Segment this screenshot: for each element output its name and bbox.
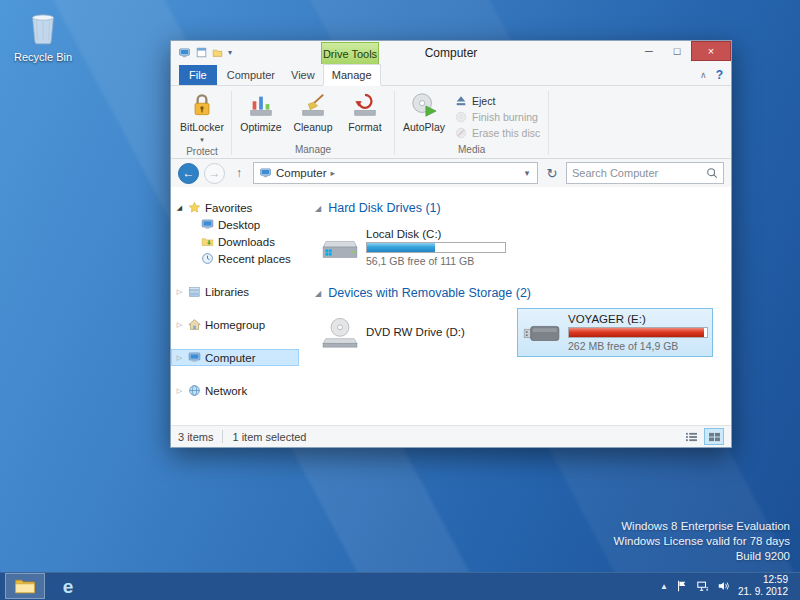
recent-places-icon bbox=[201, 252, 214, 265]
address-bar[interactable]: Computer ▸ ▾ bbox=[253, 162, 538, 184]
format-button[interactable]: Format bbox=[339, 88, 391, 133]
volume-icon[interactable] bbox=[717, 580, 730, 592]
clock-time: 12:59 bbox=[738, 574, 788, 586]
group-header-label: Devices with Removable Storage (2) bbox=[328, 286, 531, 300]
items-count: 3 items bbox=[178, 431, 213, 443]
large-icons-view-button[interactable] bbox=[704, 428, 724, 445]
sidebar-item-computer[interactable]: ▷ Computer bbox=[171, 349, 299, 366]
back-button[interactable]: ← bbox=[178, 163, 199, 184]
tab-view[interactable]: View bbox=[283, 65, 323, 85]
qat-customize-icon[interactable]: ▾ bbox=[228, 48, 232, 57]
forward-button[interactable]: → bbox=[204, 163, 225, 184]
close-button[interactable]: × bbox=[691, 41, 731, 61]
button-label: Erase this disc bbox=[472, 127, 540, 139]
desktop: Recycle Bin ▾ Computer Dr bbox=[0, 0, 800, 600]
watermark-line: Windows 8 Enterprise Evaluation bbox=[614, 519, 790, 534]
taskbar-clock[interactable]: 12:59 21. 9. 2012 bbox=[738, 574, 788, 598]
internet-explorer-icon: e bbox=[63, 577, 74, 596]
search-icon[interactable] bbox=[706, 167, 718, 179]
desktop-icon bbox=[201, 218, 214, 231]
erase-disc-button[interactable]: Erase this disc bbox=[450, 125, 545, 141]
bitlocker-button[interactable]: BitLocker ▾ bbox=[176, 88, 228, 145]
eject-button[interactable]: Eject bbox=[450, 93, 545, 109]
collapse-icon[interactable]: ◢ bbox=[315, 289, 321, 298]
free-space-text: 56,1 GB free of 111 GB bbox=[366, 255, 505, 267]
ribbon-controls: ∧ ? bbox=[700, 68, 723, 82]
ribbon: BitLocker ▾ Protect bbox=[171, 86, 731, 159]
tab-computer[interactable]: Computer bbox=[219, 65, 283, 85]
details-view-button[interactable] bbox=[681, 428, 701, 445]
collapse-icon[interactable]: ◢ bbox=[175, 204, 184, 212]
capacity-bar bbox=[366, 242, 506, 253]
button-label: Cleanup bbox=[293, 122, 332, 133]
group-header[interactable]: ◢ Hard Disk Drives (1) bbox=[315, 201, 727, 215]
group-header[interactable]: ◢ Devices with Removable Storage (2) bbox=[315, 286, 727, 300]
search-box bbox=[566, 162, 724, 184]
breadcrumb-arrow-icon[interactable]: ▸ bbox=[331, 168, 336, 178]
maximize-button[interactable]: □ bbox=[663, 41, 691, 61]
sidebar-item-desktop[interactable]: Desktop bbox=[171, 216, 299, 233]
sidebar-item-recent-places[interactable]: Recent places bbox=[171, 250, 299, 267]
action-center-flag-icon[interactable] bbox=[676, 580, 688, 592]
network-icon[interactable] bbox=[696, 580, 709, 592]
folder-content: ◢ Hard Disk Drives (1) bbox=[299, 187, 731, 425]
computer-icon bbox=[188, 351, 201, 364]
sidebar-item-label: Desktop bbox=[218, 219, 260, 231]
finish-burning-button[interactable]: Finish burning bbox=[450, 109, 545, 125]
group-header-label: Hard Disk Drives (1) bbox=[328, 201, 441, 215]
help-icon[interactable]: ? bbox=[716, 68, 723, 82]
watermark-line: Windows License valid for 78 days bbox=[614, 534, 790, 549]
sidebar-item-label: Network bbox=[205, 385, 247, 397]
expand-icon[interactable]: ▷ bbox=[175, 321, 184, 329]
drive-tile-voyager-e[interactable]: VOYAGER (E:) 262 MB free of 14,9 GB bbox=[517, 308, 713, 357]
taskbar: e ▲ 12:59 21. 9. 2012 bbox=[0, 572, 800, 600]
sidebar-item-homegroup[interactable]: ▷ Homegroup bbox=[171, 316, 299, 333]
selection-count: 1 item selected bbox=[232, 431, 306, 443]
expand-icon[interactable]: ▷ bbox=[175, 387, 184, 395]
breadcrumb[interactable]: Computer bbox=[276, 167, 327, 179]
minimize-button[interactable]: ─ bbox=[635, 41, 663, 61]
computer-location-icon bbox=[259, 167, 272, 179]
address-dropdown-icon[interactable]: ▾ bbox=[520, 168, 534, 178]
show-hidden-icons-icon[interactable]: ▲ bbox=[660, 582, 668, 591]
group-separator bbox=[548, 91, 549, 155]
expand-icon[interactable]: ▷ bbox=[175, 354, 184, 362]
refresh-button[interactable]: ↻ bbox=[543, 166, 561, 181]
collapse-icon[interactable]: ◢ bbox=[315, 204, 321, 213]
search-input[interactable] bbox=[572, 167, 706, 179]
taskbar-internet-explorer-button[interactable]: e bbox=[48, 573, 88, 599]
title-bar[interactable]: ▾ Computer Drive Tools ─ □ × bbox=[171, 41, 731, 64]
ribbon-tab-row: File Computer View Manage ∧ ? bbox=[171, 64, 731, 86]
drive-tile-local-disk-c[interactable]: Local Disk (C:) 56,1 GB free of 111 GB bbox=[315, 223, 511, 272]
drive-tile-dvd-d[interactable]: DVD RW Drive (D:) bbox=[315, 308, 511, 357]
button-label: AutoPlay bbox=[403, 122, 445, 133]
tab-file[interactable]: File bbox=[179, 65, 217, 85]
expand-icon[interactable]: ▷ bbox=[175, 288, 184, 296]
sidebar-item-network[interactable]: ▷ Network bbox=[171, 382, 299, 399]
hard-disk-icon bbox=[321, 233, 359, 263]
properties-icon[interactable] bbox=[196, 47, 207, 58]
dropdown-icon: ▾ bbox=[200, 134, 204, 145]
contextual-tab-header[interactable]: Drive Tools bbox=[321, 42, 379, 64]
group-label-media: Media bbox=[398, 143, 545, 158]
taskbar-file-explorer-button[interactable] bbox=[5, 573, 45, 599]
new-folder-icon[interactable] bbox=[212, 47, 223, 58]
clock-date: 21. 9. 2012 bbox=[738, 586, 788, 598]
sidebar-item-libraries[interactable]: ▷ Libraries bbox=[171, 283, 299, 300]
ribbon-group-media: AutoPlay Eject bbox=[395, 88, 548, 158]
minimize-ribbon-icon[interactable]: ∧ bbox=[700, 70, 707, 80]
details-view-icon bbox=[685, 432, 698, 442]
autoplay-button[interactable]: AutoPlay bbox=[398, 88, 450, 133]
up-button[interactable]: ↑ bbox=[230, 166, 248, 180]
free-space-text: 262 MB free of 14,9 GB bbox=[568, 340, 707, 352]
sidebar-item-favorites[interactable]: ◢ Favorites bbox=[171, 199, 299, 216]
window-body: ◢ Favorites Desktop bbox=[171, 187, 731, 425]
sidebar-item-downloads[interactable]: Downloads bbox=[171, 233, 299, 250]
cleanup-button[interactable]: Cleanup bbox=[287, 88, 339, 133]
tab-manage[interactable]: Manage bbox=[323, 64, 381, 86]
section-hard-disk-drives: ◢ Hard Disk Drives (1) bbox=[315, 201, 727, 272]
recycle-bin[interactable]: Recycle Bin bbox=[10, 8, 76, 63]
system-menu-icon[interactable] bbox=[178, 47, 191, 59]
optimize-button[interactable]: Optimize bbox=[235, 88, 287, 133]
eject-icon bbox=[455, 95, 467, 107]
